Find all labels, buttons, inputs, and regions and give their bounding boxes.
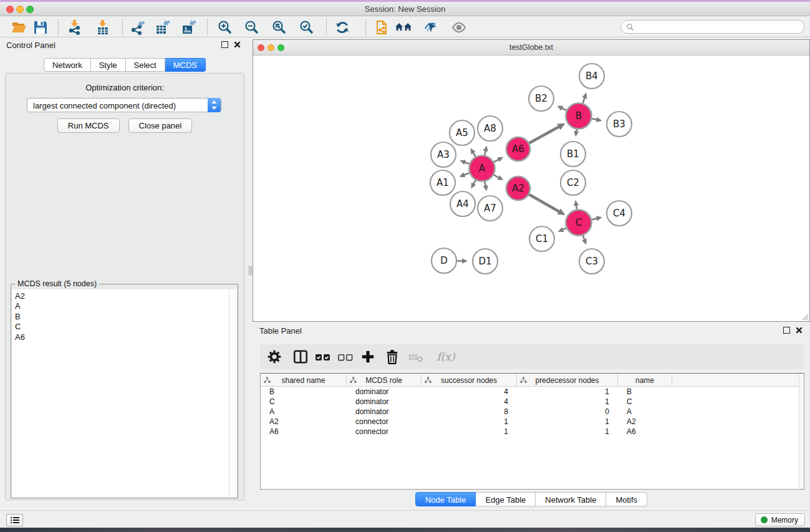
optimization-dropdown[interactable]: largest connected component (directed) bbox=[27, 98, 221, 112]
import-network-icon[interactable] bbox=[66, 19, 84, 36]
result-list-item[interactable]: A6 bbox=[15, 332, 229, 342]
graph-node-A3[interactable]: A3 bbox=[431, 142, 456, 167]
graph-node-A5[interactable]: A5 bbox=[450, 120, 475, 145]
settings-gear-icon[interactable] bbox=[266, 349, 282, 364]
graph-node-A6[interactable]: A6 bbox=[506, 137, 530, 161]
graph-node-C4[interactable]: C4 bbox=[607, 201, 632, 226]
result-list-item[interactable]: A2 bbox=[15, 291, 229, 301]
tab-edge-table[interactable]: Edge Table bbox=[476, 492, 536, 506]
edge-A-A5[interactable] bbox=[471, 148, 476, 157]
split-view-icon[interactable] bbox=[292, 349, 309, 364]
table-row[interactable]: A6connector11A6 bbox=[261, 427, 799, 437]
edge-A-A7[interactable] bbox=[483, 181, 488, 191]
table-row[interactable]: Bdominator41B bbox=[261, 387, 799, 397]
edge-C-C4[interactable] bbox=[592, 216, 602, 221]
float-panel-icon[interactable] bbox=[221, 41, 228, 48]
show-hide-details-icon[interactable] bbox=[450, 19, 468, 36]
zoom-selected-icon[interactable] bbox=[298, 19, 316, 36]
task-history-button[interactable] bbox=[6, 514, 23, 526]
result-list-item[interactable]: B bbox=[15, 312, 229, 322]
tab-node-table[interactable]: Node Table bbox=[415, 492, 476, 506]
edge-A-A3[interactable] bbox=[460, 160, 469, 165]
edge-C-C3[interactable] bbox=[582, 235, 587, 244]
graph-node-A2[interactable]: A2 bbox=[506, 177, 530, 200]
show-all-networks-icon[interactable] bbox=[394, 19, 414, 36]
result-list-item[interactable]: A bbox=[15, 301, 229, 311]
table-scrollbar[interactable] bbox=[799, 374, 804, 489]
graph-node-B2[interactable]: B2 bbox=[529, 86, 554, 111]
edge-C-C1[interactable] bbox=[558, 227, 567, 232]
tab-motifs[interactable]: Motifs bbox=[606, 492, 647, 506]
select-all-checkboxes-icon[interactable] bbox=[315, 349, 331, 364]
tab-network-table[interactable]: Network Table bbox=[536, 492, 606, 506]
table-row[interactable]: A2connector11A2 bbox=[261, 417, 799, 427]
dropdown-stepper-icon[interactable] bbox=[208, 98, 221, 112]
table-row[interactable]: Adominator80A bbox=[261, 407, 799, 417]
edge-A6-B[interactable] bbox=[529, 123, 566, 143]
edge-A-A6[interactable] bbox=[494, 157, 503, 162]
result-list-item[interactable]: C bbox=[15, 322, 229, 332]
tab-mcds[interactable]: MCDS bbox=[165, 58, 206, 72]
zoom-in-icon[interactable] bbox=[216, 19, 234, 36]
graph-node-D1[interactable]: D1 bbox=[473, 249, 498, 274]
edge-B-B1[interactable] bbox=[574, 129, 579, 137]
graph-node-A[interactable]: A bbox=[470, 156, 495, 181]
column-header-shared-name[interactable]: shared name bbox=[261, 374, 347, 387]
open-session-icon[interactable] bbox=[10, 19, 27, 36]
graph-node-B1[interactable]: B1 bbox=[561, 142, 586, 167]
graph-node-B4[interactable]: B4 bbox=[579, 64, 604, 89]
memory-button[interactable]: Memory bbox=[755, 513, 805, 526]
zoom-fit-icon[interactable] bbox=[271, 19, 288, 36]
graph-node-A8[interactable]: A8 bbox=[478, 116, 503, 141]
save-session-icon[interactable] bbox=[32, 19, 49, 36]
tab-select[interactable]: Select bbox=[126, 58, 165, 72]
tab-network[interactable]: Network bbox=[44, 58, 91, 72]
column-header-predecessor-nodes[interactable]: predecessor nodes bbox=[517, 374, 618, 387]
close-panel-button[interactable]: Close panel bbox=[128, 118, 193, 133]
edge-A-A8[interactable] bbox=[483, 145, 488, 155]
edge-D-D1[interactable] bbox=[457, 258, 468, 263]
new-network-from-file-icon[interactable] bbox=[373, 19, 390, 36]
graph-node-A1[interactable]: A1 bbox=[430, 170, 455, 195]
edge-B-B4[interactable] bbox=[582, 93, 587, 104]
edge-B-B3[interactable] bbox=[592, 117, 602, 122]
add-column-icon[interactable] bbox=[360, 349, 376, 364]
table-row[interactable]: Cdominator41C bbox=[261, 397, 799, 407]
edge-A-A2[interactable] bbox=[494, 175, 504, 180]
column-header-MCDS-role[interactable]: MCDS role bbox=[347, 374, 422, 387]
search-input[interactable] bbox=[620, 20, 804, 34]
close-panel-icon[interactable] bbox=[234, 41, 241, 48]
graph-node-B3[interactable]: B3 bbox=[607, 112, 632, 137]
export-network-icon[interactable] bbox=[129, 19, 147, 36]
graph-node-D[interactable]: D bbox=[432, 248, 456, 273]
graph-node-A4[interactable]: A4 bbox=[450, 191, 475, 216]
network-graph[interactable]: B4B2BB3A8A5A6B1A3AC2A1A2A4A7C4CC1C3DD1 bbox=[253, 56, 809, 321]
column-header-name[interactable]: name bbox=[618, 374, 672, 387]
close-table-panel-icon[interactable] bbox=[796, 327, 803, 334]
export-image-icon[interactable] bbox=[180, 19, 198, 36]
edge-A-A1[interactable] bbox=[459, 172, 470, 177]
panel-divider-grip[interactable] bbox=[248, 266, 252, 276]
resize-grip-icon[interactable] bbox=[800, 312, 809, 321]
edge-B-B2[interactable] bbox=[557, 106, 566, 111]
tab-style[interactable]: Style bbox=[91, 58, 126, 72]
refresh-layout-icon[interactable] bbox=[334, 19, 351, 36]
edge-A2-C[interactable] bbox=[529, 195, 565, 215]
float-table-panel-icon[interactable] bbox=[783, 327, 790, 334]
graph-node-C2[interactable]: C2 bbox=[561, 170, 586, 195]
delete-column-icon[interactable] bbox=[384, 349, 400, 364]
result-scrollbar[interactable] bbox=[229, 289, 237, 497]
graph-node-B[interactable]: B bbox=[566, 104, 592, 129]
column-header-successor-nodes[interactable]: successor nodes bbox=[422, 374, 517, 387]
show-hide-graphics-icon[interactable] bbox=[422, 19, 440, 36]
edge-A-A4[interactable] bbox=[471, 180, 476, 189]
run-mcds-button[interactable]: Run MCDS bbox=[57, 118, 120, 133]
graph-node-C3[interactable]: C3 bbox=[579, 249, 604, 274]
edge-C-C2[interactable] bbox=[574, 200, 579, 210]
zoom-out-icon[interactable] bbox=[243, 19, 261, 36]
graph-node-A7[interactable]: A7 bbox=[478, 196, 503, 221]
import-table-icon[interactable] bbox=[94, 19, 112, 36]
deselect-all-checkboxes-icon[interactable] bbox=[337, 349, 354, 364]
graph-node-C[interactable]: C bbox=[566, 210, 592, 236]
export-table-icon[interactable] bbox=[154, 19, 171, 36]
